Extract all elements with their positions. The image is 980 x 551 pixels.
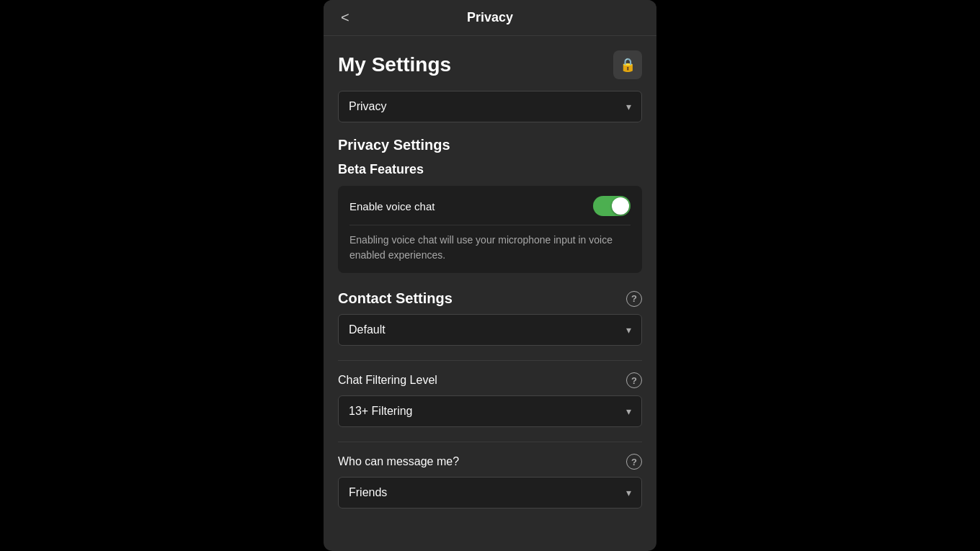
beta-features-title: Beta Features (338, 162, 642, 177)
chevron-down-icon: ▾ (626, 324, 631, 336)
divider-2 (338, 442, 642, 442)
who-message-section: Who can message me? ? Friends ▾ (338, 454, 642, 509)
my-settings-row: My Settings 🔒 (338, 50, 642, 79)
contact-settings-dropdown[interactable]: Default ▾ (338, 314, 642, 346)
chat-filtering-header: Chat Filtering Level ? (338, 372, 642, 388)
who-message-title: Who can message me? (338, 455, 459, 468)
contact-settings-help-icon[interactable]: ? (626, 291, 642, 307)
contact-settings-title: Contact Settings (338, 290, 453, 307)
chevron-down-icon: ▾ (626, 101, 631, 112)
header: < Privacy (324, 0, 656, 36)
chat-filtering-value: 13+ Filtering (349, 405, 413, 418)
chat-filtering-help-icon[interactable]: ? (626, 372, 642, 388)
lock-icon: 🔒 (620, 57, 636, 73)
privacy-dropdown-value: Privacy (349, 100, 386, 113)
settings-panel: < Privacy My Settings 🔒 Privacy ▾ Privac… (324, 0, 656, 551)
voice-chat-toggle[interactable] (593, 196, 631, 216)
chat-filtering-section: Chat Filtering Level ? 13+ Filtering ▾ (338, 372, 642, 427)
chevron-down-icon: ▾ (626, 406, 631, 417)
privacy-dropdown[interactable]: Privacy ▾ (338, 91, 642, 122)
who-message-help-icon[interactable]: ? (626, 454, 642, 470)
who-message-dropdown[interactable]: Friends ▾ (338, 477, 642, 509)
chevron-down-icon: ▾ (626, 487, 631, 498)
chat-filtering-dropdown[interactable]: 13+ Filtering ▾ (338, 395, 642, 427)
contact-settings-header: Contact Settings ? (338, 290, 642, 307)
enable-voice-chat-label: Enable voice chat (349, 200, 435, 212)
toggle-knob (612, 197, 629, 215)
who-message-header: Who can message me? ? (338, 454, 642, 470)
voice-chat-row: Enable voice chat (349, 196, 631, 216)
back-icon: < (341, 9, 349, 25)
who-message-value: Friends (349, 486, 387, 499)
divider (338, 360, 642, 361)
back-button[interactable]: < (335, 6, 355, 29)
chat-filtering-title: Chat Filtering Level (338, 374, 437, 387)
content-area: My Settings 🔒 Privacy ▾ Privacy Settings… (324, 36, 656, 551)
lock-button[interactable]: 🔒 (613, 50, 642, 79)
beta-features-box: Enable voice chat Enabling voice chat wi… (338, 186, 642, 273)
header-title: Privacy (467, 10, 513, 25)
my-settings-title: My Settings (338, 53, 451, 76)
privacy-settings-title: Privacy Settings (338, 137, 642, 153)
contact-settings-value: Default (349, 323, 386, 336)
voice-chat-description: Enabling voice chat will use your microp… (349, 225, 631, 263)
